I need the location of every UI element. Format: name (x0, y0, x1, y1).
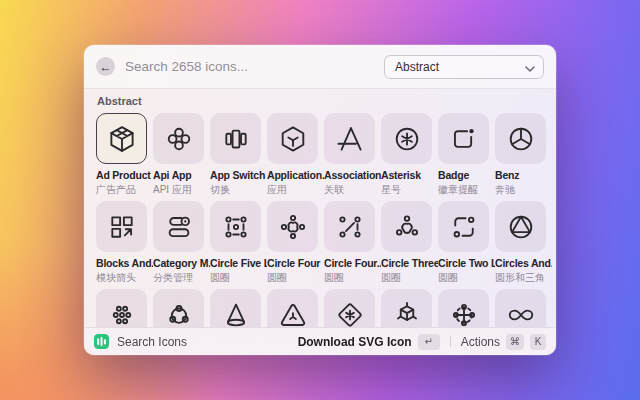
search-bar: ← Search 2658 icons... Abstract (84, 45, 556, 89)
icon-name-label: Circle Two L... (438, 258, 495, 269)
icon-tile[interactable] (438, 201, 489, 252)
icon-zh-label: API 应用 (153, 184, 210, 195)
icon-tile[interactable] (210, 113, 261, 164)
circle-five-line-icon (221, 212, 251, 242)
app-switch-icon (221, 124, 251, 154)
return-key-badge: ↵ (418, 334, 440, 350)
icon-zh-label: 圆圈 (210, 272, 267, 283)
icon-cell: Asterisk星号 (381, 113, 438, 195)
circle-two-line-icon (449, 212, 479, 242)
application-icon (278, 124, 308, 154)
icon-zh-label: 圆圈 (324, 272, 381, 283)
icon-tile[interactable] (210, 201, 261, 252)
diamond-asterisk-icon (335, 300, 365, 330)
icon-grid: Ad Product广告产品Api AppAPI 应用App Switch切换A… (96, 113, 544, 340)
cone-icon (221, 300, 251, 330)
icon-name-label: Ad Product (96, 170, 153, 181)
icon-zh-label: 星号 (381, 184, 438, 195)
icon-name-label: Application... (267, 170, 324, 181)
arrow-left-icon: ← (100, 61, 112, 73)
icon-zh-label: 奔驰 (495, 184, 552, 195)
circle-four-line-icon (335, 212, 365, 242)
footer-divider (450, 336, 451, 347)
asterisk-icon (392, 124, 422, 154)
results-area: Abstract Ad Product广告产品Api AppAPI 应用App … (84, 89, 556, 355)
icon-tile[interactable] (495, 113, 546, 164)
icon-name-label: Association (324, 170, 381, 181)
icon-cell: Benz奔驰 (495, 113, 552, 195)
icon-tile[interactable] (324, 201, 375, 252)
icon-cell: App Switch切换 (210, 113, 267, 195)
icon-name-label: Circle Four (267, 258, 324, 269)
icon-cell: Badge徽章提醒 (438, 113, 495, 195)
circle-four-icon (278, 212, 308, 242)
icon-tile[interactable] (438, 113, 489, 164)
icon-name-label: Asterisk (381, 170, 438, 181)
icon-name-label: Category M... (153, 258, 210, 269)
icon-tile[interactable] (96, 201, 147, 252)
cross-ring-icon (449, 300, 479, 330)
icon-name-label: Circle Three (381, 258, 438, 269)
badge-icon (449, 124, 479, 154)
circular-connection-icon (164, 300, 194, 330)
icon-name-label: Blocks And... (96, 258, 153, 269)
icon-name-label: Circle Five L... (210, 258, 267, 269)
icon-name-label: App Switch (210, 170, 267, 181)
footer-bar: Search Icons Download SVG Icon ↵ Actions… (84, 327, 556, 355)
icon-tile[interactable] (495, 201, 546, 252)
icon-zh-label: 徽章提醒 (438, 184, 495, 195)
k-key-badge: K (530, 334, 546, 350)
icon-cell: Api AppAPI 应用 (153, 113, 210, 195)
section-label: Abstract (97, 96, 544, 107)
cube-axes-icon (392, 300, 422, 330)
icon-zh-label: 模块箭头 (96, 272, 153, 283)
icon-zh-label: 圆圈 (267, 272, 324, 283)
icon-search-window: ← Search 2658 icons... Abstract Abstract… (84, 45, 556, 355)
icon-name-label: Circle Four... (324, 258, 381, 269)
category-dropdown[interactable]: Abstract (384, 55, 544, 79)
category-management-icon (164, 212, 194, 242)
dots-icon (107, 300, 137, 330)
triangle-round-icon (278, 300, 308, 330)
icon-zh-label: 圆圈 (438, 272, 495, 283)
icon-zh-label: 圆圈 (381, 272, 438, 283)
chevron-down-icon (525, 58, 535, 76)
icon-tile[interactable] (153, 201, 204, 252)
icon-cell: Circle Five L...圆圈 (210, 201, 267, 283)
icon-tile[interactable] (324, 113, 375, 164)
circle-three-icon (392, 212, 422, 242)
icon-cell: Application...应用 (267, 113, 324, 195)
icon-cell: Association关联 (324, 113, 381, 195)
icon-tile[interactable] (267, 113, 318, 164)
icon-zh-label: 圆形和三角 (495, 272, 552, 283)
icon-tile[interactable] (381, 113, 432, 164)
icon-tile[interactable] (153, 113, 204, 164)
icon-cell: Circle Two L...圆圈 (438, 201, 495, 283)
icon-cell: Circle Four圆圈 (267, 201, 324, 283)
icon-zh-label: 关联 (324, 184, 381, 195)
icon-cell: Circle Three圆圈 (381, 201, 438, 283)
icon-zh-label: 切换 (210, 184, 267, 195)
back-button[interactable]: ← (96, 57, 115, 76)
circles-and-triangles-icon (506, 212, 536, 242)
icon-tile[interactable] (267, 201, 318, 252)
app-logo-icon (94, 334, 109, 349)
icon-cell: Category M...分类管理 (153, 201, 210, 283)
icon-tile[interactable] (381, 201, 432, 252)
ad-product-icon (107, 124, 137, 154)
association-icon (335, 124, 365, 154)
icon-name-label: Benz (495, 170, 552, 181)
icon-zh-label: 应用 (267, 184, 324, 195)
benz-icon (506, 124, 536, 154)
command-key-badge: ⌘ (506, 334, 524, 350)
icon-zh-label: 分类管理 (153, 272, 210, 283)
icon-name-label: Badge (438, 170, 495, 181)
search-input[interactable]: Search 2658 icons... (125, 59, 384, 74)
download-svg-button[interactable]: Download SVG Icon (298, 335, 412, 349)
blocks-and-arrows-icon (107, 212, 137, 242)
icon-zh-label: 广告产品 (96, 184, 153, 195)
icon-cell: Circle Four...圆圈 (324, 201, 381, 283)
actions-button[interactable]: Actions (461, 335, 500, 349)
icon-name-label: Circles And... (495, 258, 552, 269)
icon-tile-selected[interactable] (96, 113, 147, 164)
